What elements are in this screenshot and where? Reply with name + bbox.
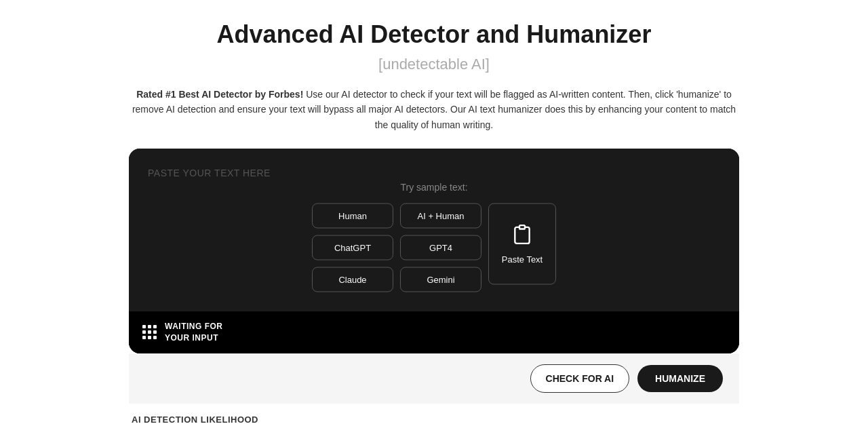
dot	[142, 336, 146, 339]
page-title: Advanced AI Detector and Humanizer	[27, 20, 841, 49]
dot	[148, 325, 151, 328]
sample-btn-ai-human[interactable]: AI + Human	[400, 204, 481, 229]
sample-btn-gpt4[interactable]: GPT4	[400, 235, 481, 261]
status-bar: WAITING FOR YOUR INPUT	[129, 311, 739, 353]
paste-placeholder: PASTE YOUR TEXT HERE	[148, 168, 720, 178]
sample-btn-claude[interactable]: Claude	[312, 267, 393, 292]
sample-grid-and-paste: Human AI + Human ChatGPT GPT4 Claude Gem…	[312, 204, 556, 292]
clipboard-icon	[511, 224, 533, 250]
subtitle: [undetectable AI]	[27, 56, 841, 73]
description-bold: Rated #1 Best AI Detector by Forbes!	[136, 89, 303, 100]
paste-text-label: Paste Text	[502, 254, 542, 265]
sample-grid: Human AI + Human ChatGPT GPT4 Claude Gem…	[312, 204, 481, 292]
grid-dots-icon	[142, 325, 157, 339]
dot	[142, 330, 146, 334]
sample-buttons-container: Human AI + Human ChatGPT GPT4 Claude Gem…	[312, 204, 556, 292]
sample-text-section: Try sample text: Human AI + Human ChatGP…	[312, 182, 556, 292]
check-for-ai-button[interactable]: CHECK FOR AI	[530, 364, 630, 393]
dot	[148, 336, 151, 339]
status-line1: WAITING FOR	[165, 322, 223, 331]
main-card: PASTE YOUR TEXT HERE Try sample text: Hu…	[129, 149, 739, 353]
ai-detection-label: AI DETECTION LIKELIHOOD	[132, 415, 736, 424]
action-buttons-section: CHECK FOR AI HUMANIZE	[129, 353, 739, 404]
ai-detection-section: AI DETECTION LIKELIHOOD	[129, 415, 739, 424]
dot	[153, 325, 157, 328]
dot	[148, 330, 151, 334]
humanize-button[interactable]: HUMANIZE	[637, 365, 723, 392]
sample-btn-gemini[interactable]: Gemini	[400, 267, 481, 292]
text-area-section[interactable]: PASTE YOUR TEXT HERE Try sample text: Hu…	[129, 149, 739, 311]
header-section: Advanced AI Detector and Humanizer [unde…	[27, 20, 841, 132]
sample-btn-human[interactable]: Human	[312, 204, 393, 229]
dot	[142, 325, 146, 328]
sample-text-label: Try sample text:	[400, 182, 467, 193]
description: Rated #1 Best AI Detector by Forbes! Use…	[129, 87, 739, 132]
dot	[153, 336, 157, 339]
dot	[153, 330, 157, 334]
svg-rect-0	[519, 225, 525, 229]
paste-text-button[interactable]: Paste Text	[488, 204, 556, 285]
status-text: WAITING FOR YOUR INPUT	[165, 321, 223, 344]
status-line2: YOUR INPUT	[165, 333, 218, 343]
sample-btn-chatgpt[interactable]: ChatGPT	[312, 235, 393, 261]
